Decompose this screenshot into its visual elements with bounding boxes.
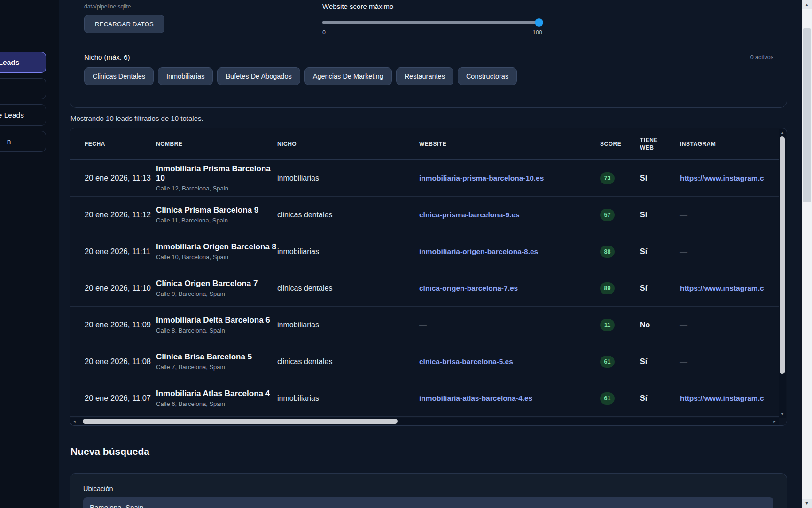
table-row: 20 ene 2026, 11:12 Clínica Prisma Barcel… [70, 197, 779, 233]
lead-instagram-link[interactable]: https://www.instagram.c [680, 174, 779, 183]
lead-tiene-web: Sí [640, 394, 680, 403]
slider-minmax: 0 100 [322, 29, 542, 36]
lead-nombre-cell: Inmobiliaria Prisma Barcelona 10 Calle 1… [156, 164, 277, 192]
lead-nombre-cell: Clínica Prisma Barcelona 9 Calle 11, Bar… [156, 206, 277, 224]
slider-max-label: 100 [532, 29, 542, 36]
lead-website-link[interactable]: inmobiliaria-origen-barcelona-8.es [419, 247, 600, 256]
lead-website-empty: — [419, 321, 600, 329]
table-horizontal-scrollbar[interactable]: ◄ ► [70, 418, 779, 425]
new-search-panel: Ubicación [70, 473, 787, 508]
chip-agencias-de-marketing[interactable]: Agencias De Marketing [304, 67, 392, 85]
lead-nicho: inmobiliarias [277, 321, 419, 329]
lead-direccion: Calle 8, Barcelona, Spain [156, 327, 277, 334]
lead-nicho: clinicas dentales [277, 211, 419, 219]
lead-tiene-web: Sí [640, 247, 680, 256]
lead-instagram-empty: — [680, 211, 779, 219]
chip-constructoras[interactable]: Constructoras [458, 67, 517, 85]
browser-scroll-down-icon[interactable]: ▼ [802, 499, 812, 508]
column-header-instagram: INSTAGRAM [680, 140, 779, 148]
lead-website-link[interactable]: clnica-prisma-barcelona-9.es [419, 211, 600, 219]
lead-website-link[interactable]: inmobiliaria-atlas-barcelona-4.es [419, 394, 600, 403]
lead-instagram-link[interactable]: https://www.instagram.c [680, 284, 779, 293]
new-search-title: Nueva búsqueda [70, 446, 149, 457]
lead-nombre: Inmobiliaria Atlas Barcelona 4 [156, 389, 277, 398]
column-header-nombre: NOMBRE [156, 140, 277, 148]
reload-data-button[interactable]: RECARGAR DATOS [84, 15, 164, 33]
lead-website-link[interactable]: clnica-brisa-barcelona-5.es [419, 357, 600, 366]
slider-label: Website score máximo [322, 2, 542, 10]
table-row: 20 ene 2026, 11:08 Clínica Brisa Barcelo… [70, 343, 779, 380]
lead-instagram-empty: — [680, 357, 779, 366]
browser-scroll-up-icon[interactable]: ▲ [802, 0, 812, 9]
nicho-chips: Clinicas Dentales Inmobiliarias Bufetes … [84, 67, 517, 85]
lead-nombre: Clínica Origen Barcelona 7 [156, 279, 277, 288]
active-count: 0 activos [750, 54, 773, 61]
sidebar: Leads de Leads n [0, 0, 59, 508]
score-badge: 73 [600, 172, 615, 184]
table-vertical-scrollbar[interactable]: ▲ ▼ [779, 129, 786, 418]
sidebar-item-de-leads[interactable]: de Leads [0, 104, 46, 126]
lead-nombre: Inmobiliaria Origen Barcelona 8 [156, 242, 277, 252]
sidebar-item-4[interactable]: n [0, 131, 46, 152]
leads-table: FECHA NOMBRE NICHO WEBSITE SCORE TIENE W… [70, 128, 787, 426]
lead-nombre-cell: Clínica Brisa Barcelona 5 Calle 7, Barce… [156, 352, 277, 371]
lead-nombre: Clínica Brisa Barcelona 5 [156, 352, 277, 362]
sidebar-item-2[interactable] [0, 78, 46, 99]
lead-nicho: inmobiliarias [277, 247, 419, 256]
column-header-website: WEBSITE [419, 140, 600, 148]
lead-direccion: Calle 6, Barcelona, Spain [156, 400, 277, 407]
horizontal-scrollbar-thumb[interactable] [83, 419, 398, 424]
lead-direccion: Calle 9, Barcelona, Spain [156, 290, 277, 297]
lead-nombre-cell: Clínica Origen Barcelona 7 Calle 9, Barc… [156, 279, 277, 297]
chip-bufetes-de-abogados[interactable]: Bufetes De Abogados [217, 67, 300, 85]
column-header-nicho: NICHO [277, 140, 419, 148]
scroll-up-icon[interactable]: ▲ [779, 131, 786, 134]
lead-fecha: 20 ene 2026, 11:08 [85, 357, 156, 366]
lead-instagram-link[interactable]: https://www.instagram.c [680, 394, 779, 403]
lead-tiene-web: Sí [640, 211, 680, 219]
score-badge: 88 [600, 246, 615, 258]
lead-nombre: Inmobiliaria Prisma Barcelona 10 [156, 164, 277, 183]
lead-nicho: inmobiliarias [277, 174, 419, 183]
table-header-row: FECHA NOMBRE NICHO WEBSITE SCORE TIENE W… [70, 128, 779, 160]
location-label: Ubicación [83, 485, 113, 492]
database-path: data/pipeline.sqlite [84, 3, 131, 10]
browser-scrollbar[interactable]: ▲ ▼ [802, 0, 812, 508]
scroll-left-icon[interactable]: ◄ [73, 420, 76, 423]
lead-tiene-web: Sí [640, 357, 680, 366]
leads-table-viewport: FECHA NOMBRE NICHO WEBSITE SCORE TIENE W… [70, 128, 779, 418]
score-badge: 57 [600, 209, 615, 221]
chip-clinicas-dentales[interactable]: Clinicas Dentales [84, 67, 154, 85]
filters-panel: data/pipeline.sqlite RECARGAR DATOS Webs… [70, 0, 787, 108]
table-row: 20 ene 2026, 11:07 Inmobiliaria Atlas Ba… [70, 380, 779, 417]
lead-nicho: inmobiliarias [277, 394, 419, 403]
sidebar-item-leads[interactable]: Leads [0, 52, 46, 73]
location-input[interactable] [83, 497, 773, 508]
lead-nombre-cell: Inmobiliaria Atlas Barcelona 4 Calle 6, … [156, 389, 277, 407]
lead-nombre: Clínica Prisma Barcelona 9 [156, 206, 277, 215]
lead-nombre-cell: Inmobiliaria Delta Barcelona 6 Calle 8, … [156, 316, 277, 334]
lead-instagram-empty: — [680, 321, 779, 329]
lead-website-link[interactable]: inmobiliaria-prisma-barcelona-10.es [419, 174, 600, 183]
sidebar-item-label: n [7, 137, 11, 146]
scroll-down-icon[interactable]: ▼ [779, 413, 786, 416]
lead-website-link[interactable]: clnica-origen-barcelona-7.es [419, 284, 600, 293]
score-badge: 61 [600, 356, 615, 368]
score-badge: 11 [600, 319, 615, 331]
column-header-fecha: FECHA [85, 140, 156, 148]
chip-inmobiliarias[interactable]: Inmobiliarias [158, 67, 213, 85]
chip-restaurantes[interactable]: Restaurantes [396, 67, 453, 85]
lead-fecha: 20 ene 2026, 11:07 [85, 394, 156, 403]
lead-instagram-empty: — [680, 247, 779, 256]
vertical-scrollbar-thumb[interactable] [780, 136, 785, 374]
table-row: 20 ene 2026, 11:10 Clínica Origen Barcel… [70, 270, 779, 307]
website-score-slider[interactable] [322, 21, 542, 24]
sidebar-item-label: de Leads [0, 111, 24, 119]
lead-fecha: 20 ene 2026, 11:12 [85, 210, 156, 219]
table-row: 20 ene 2026, 11:13 Inmobiliaria Prisma B… [70, 160, 779, 197]
score-badge: 61 [600, 392, 615, 405]
slider-thumb[interactable] [535, 18, 543, 27]
browser-scrollbar-thumb[interactable] [803, 28, 811, 202]
scroll-right-icon[interactable]: ► [773, 420, 776, 423]
column-header-score: SCORE [600, 140, 640, 148]
